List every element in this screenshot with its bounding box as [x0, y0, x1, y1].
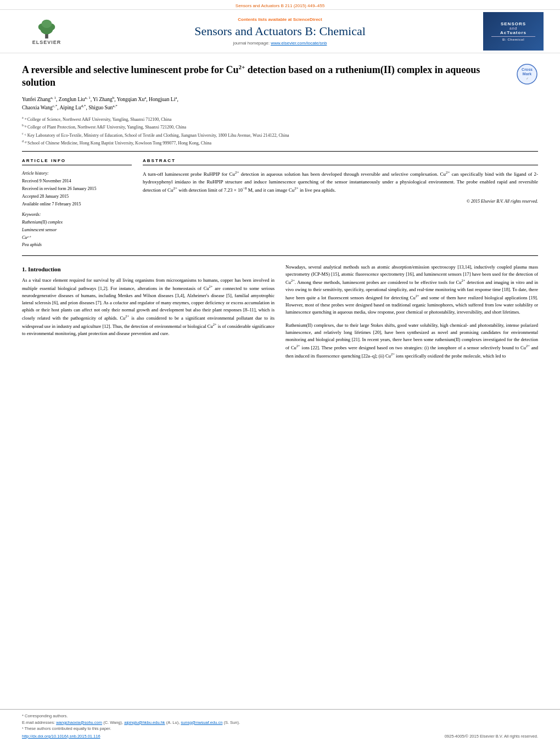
section1-left-para1: As a vital trace element required for su…	[22, 277, 275, 338]
available-date: Available online 7 February 2015	[22, 201, 132, 208]
section1-right-para2: Ruthenium(II) complexes, due to their la…	[285, 322, 538, 360]
journal-reference: Sensors and Actuators B 211 (2015) 449–4…	[0, 0, 560, 9]
footer-footnotes: * Corresponding authors. E-mail addresse…	[22, 713, 538, 732]
journal-header: ELSEVIER Contents lists available at Sci…	[0, 9, 560, 53]
corresponding-label: * Corresponding authors.	[22, 713, 538, 719]
svg-text:✓: ✓	[526, 77, 529, 80]
article-history-label: Article history:	[22, 170, 132, 177]
section1-right-para1: Nowadays, several analytical methods suc…	[285, 264, 538, 316]
email-addresses: E-mail addresses: wangchaoxia@sohu.com (…	[22, 719, 538, 726]
svg-point-4	[41, 20, 52, 28]
footer-bottom: http://dx.doi.org/10.1016/j.snb.2015.01.…	[22, 734, 538, 739]
doi-link[interactable]: http://dx.doi.org/10.1016/j.snb.2015.01.…	[22, 734, 100, 739]
elsevier-logo: ELSEVIER	[16, 15, 77, 48]
main-content: 1. Introduction As a vital trace element…	[22, 256, 538, 367]
elsevier-text: ELSEVIER	[32, 40, 61, 45]
article-info-abstract: ARTICLE INFO Article history: Received 9…	[22, 152, 538, 255]
svg-text:Mark: Mark	[523, 72, 531, 76]
keywords-label: Keywords:	[22, 212, 132, 217]
main-left-col: 1. Introduction As a vital trace element…	[22, 264, 275, 360]
main-right-col: Nowadays, several analytical methods suc…	[285, 264, 538, 360]
journal-info: Contents lists available at ScienceDirec…	[77, 17, 483, 46]
copyright-notice: © 2015 Elsevier B.V. All rights reserved…	[143, 199, 538, 204]
sensors-actuators-logo: SENSORS and AcTuators B: Chemical	[483, 12, 544, 51]
abstract-col: ABSTRACT A turn-off luminescent probe Ru…	[143, 158, 538, 248]
revised-date: Received in revised form 26 January 2015	[22, 186, 132, 192]
article-header: A reversible and selective luminescent p…	[22, 53, 538, 152]
email2-link[interactable]: aipinglu@hkbu.edu.hk	[124, 720, 165, 725]
science-direct-link: Contents lists available at ScienceDirec…	[77, 17, 483, 22]
homepage-link[interactable]: www.elsevier.com/locate/snb	[271, 41, 327, 46]
keywords-list: Ruthenium(II) complex Luminescent sensor…	[22, 219, 132, 248]
journal-title: Sensors and Actuators B: Chemical	[77, 24, 483, 38]
article-info-col: ARTICLE INFO Article history: Received 9…	[22, 158, 132, 248]
affiliations: a ᵃ College of Science, Northwest A&F Un…	[22, 115, 508, 147]
article-title: A reversible and selective luminescent p…	[22, 63, 508, 90]
issn-text: 0925-4005/© 2015 Elsevier B.V. All right…	[445, 734, 538, 739]
email3-link[interactable]: sunsg@nwsuaf.edu.cn	[181, 720, 222, 725]
article-info-heading: ARTICLE INFO	[22, 158, 132, 165]
footnote1: ¹ These authors contributed equally to t…	[22, 726, 538, 732]
accepted-date: Accepted 28 January 2015	[22, 193, 132, 200]
svg-text:Cross: Cross	[522, 68, 533, 71]
crossmark-logo: Cross Mark ✓	[516, 63, 538, 85]
abstract-text: A turn-off luminescent probe RuHPIP for …	[143, 170, 538, 194]
received-date: Received 9 November 2014	[22, 178, 132, 185]
footer: * Corresponding authors. E-mail addresse…	[0, 709, 560, 742]
authors: Yunfei Zhanga, 1, Zonglun Liua, 1, Yi Zh…	[22, 95, 508, 112]
abstract-heading: ABSTRACT	[143, 158, 538, 165]
section1-title: 1. Introduction	[22, 266, 275, 272]
journal-homepage: journal homepage: www.elsevier.com/locat…	[77, 41, 483, 46]
email1-link[interactable]: wangchaoxia@sohu.com	[56, 720, 102, 725]
